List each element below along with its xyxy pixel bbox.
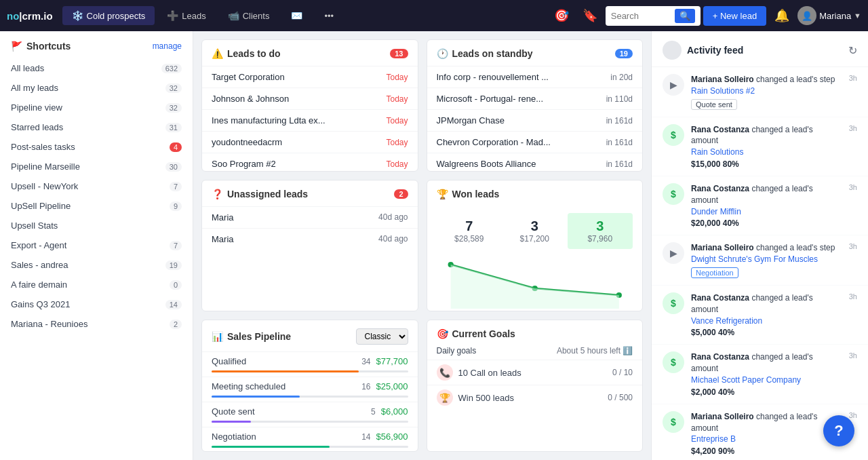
sidebar-item-label: A faire demain	[11, 280, 67, 290]
sidebar-badge: 31	[165, 123, 182, 132]
lead-row[interactable]: Target Corporation Today	[202, 66, 418, 88]
sidebar-item-label: Upsell Stats	[11, 221, 58, 231]
target-icon-btn[interactable]: 🎯	[549, 5, 574, 26]
sidebar-item-label: Upsell - NewYork	[11, 181, 78, 191]
unassigned-leads-title: ❓ Unassigned leads	[212, 189, 308, 199]
standby-row[interactable]: Walgreens Boots Alliance in 161d	[427, 153, 643, 172]
activity-body: Rana Costanza changed a lead's amount Va…	[691, 292, 840, 337]
activity-item: $ Rana Costanza changed a lead's amount …	[652, 176, 868, 235]
lead-row[interactable]: youdontneedacrm Today	[202, 131, 418, 153]
nav-tab-clients[interactable]: 📹 Clients	[218, 6, 279, 25]
notifications-button[interactable]: 🔔	[769, 5, 795, 26]
activity-time: 3h	[849, 183, 857, 191]
activity-avatar-dollar: $	[663, 183, 684, 205]
leads-icon: ➕	[167, 10, 178, 21]
sidebar-badge: 32	[165, 83, 182, 93]
pipeline-select[interactable]: Classic	[356, 328, 408, 345]
leads-to-do-title: ⚠️ Leads to do	[212, 48, 281, 59]
search-box: 🔍	[606, 6, 701, 26]
goals-subtitle: Daily goals About 5 hours left ℹ️	[427, 343, 643, 360]
leads-on-standby-count: 19	[615, 49, 633, 58]
search-button[interactable]: 🔍	[675, 9, 695, 23]
trophy-icon: 🏆	[437, 189, 448, 199]
sidebar-item-gains-q3[interactable]: Gains Q3 2021 14	[0, 294, 193, 314]
activity-text: Mariana Solleiro changed a lead's step D…	[691, 242, 840, 265]
sidebar-item-label: All leads	[11, 63, 44, 73]
activity-company-link[interactable]: Rain Solutions #2	[691, 86, 755, 96]
bookmark-icon-btn[interactable]: 🔖	[577, 5, 603, 26]
activity-company-link[interactable]: Entreprise B	[691, 434, 736, 444]
sidebar-item-a-faire-demain[interactable]: A faire demain 0	[0, 275, 193, 294]
sidebar-badge: 14	[165, 300, 182, 309]
activity-body: Mariana Solleiro changed a lead's step R…	[691, 74, 840, 110]
sidebar-badge: 0	[170, 280, 182, 290]
sidebar-item-label: Post-sales tasks	[11, 142, 75, 152]
unassigned-row[interactable]: Maria 40d ago	[202, 228, 418, 250]
unassigned-count: 2	[394, 189, 408, 199]
activity-item: $ Rana Costanza changed a lead's amount …	[652, 345, 868, 404]
lead-row[interactable]: Ines manufacturing Ldta ex... Today	[202, 109, 418, 131]
pipeline-row-negotiation[interactable]: Negotiation 14 $56,900	[202, 427, 418, 446]
win-icon: 🏆	[437, 389, 453, 406]
activity-text: Rana Costanza changed a lead's amount Ra…	[691, 124, 840, 158]
nav-tab-leads[interactable]: ➕ Leads	[157, 6, 215, 25]
exclaim-icon: ⚠️	[212, 48, 223, 59]
new-lead-button[interactable]: + New lead	[703, 6, 766, 26]
unassigned-row[interactable]: Maria 40d ago	[202, 206, 418, 228]
nav-tab-cold-prospects[interactable]: ❄️ Cold prospects	[62, 6, 155, 25]
pipeline-bar	[212, 370, 408, 372]
lead-row[interactable]: Soo Program #2 Today	[202, 153, 418, 172]
sidebar-item-label: Gains Q3 2021	[11, 299, 70, 309]
sidebar-item-all-leads[interactable]: All leads 632	[0, 58, 193, 78]
nav-tab-more[interactable]: •••	[315, 7, 343, 25]
sidebar-header: 🚩 Shortcuts manage	[0, 31, 193, 58]
sidebar-item-starred-leads[interactable]: Starred leads 31	[0, 117, 193, 137]
standby-row[interactable]: JPMorgan Chase in 161d	[427, 109, 643, 131]
sidebar-item-all-my-leads[interactable]: All my leads 32	[0, 78, 193, 98]
more-icon: •••	[324, 11, 334, 21]
sidebar-badge: 7	[170, 241, 182, 250]
manage-link[interactable]: manage	[153, 41, 182, 51]
activity-company-link[interactable]: Michael Scott Paper Company	[691, 375, 801, 385]
pipeline-bar	[212, 446, 408, 448]
standby-row[interactable]: Chevron Corporation - Mad... in 161d	[427, 131, 643, 153]
activity-amount: $2,000 40%	[691, 387, 840, 397]
won-leads-title: 🏆 Won leads	[437, 189, 500, 199]
leads-on-standby-card: 🕐 Leads on standby 19 Info corp - renouv…	[427, 39, 644, 172]
info-icon: ℹ️	[623, 346, 633, 356]
sidebar-title: 🚩 Shortcuts	[11, 41, 71, 52]
refresh-button[interactable]: ↻	[848, 44, 857, 57]
clients-icon: 📹	[228, 10, 239, 21]
activity-company-link[interactable]: Rain Solutions	[691, 147, 743, 157]
sidebar-item-upsell-stats[interactable]: Upsell Stats	[0, 216, 193, 235]
activity-avatar-dollar: $	[663, 411, 684, 433]
standby-row[interactable]: Info corp - renouvellement ... in 20d	[427, 66, 643, 88]
user-dropdown-arrow[interactable]: ▼	[854, 12, 861, 20]
flag-icon: 🚩	[11, 41, 22, 52]
nav-tab-email[interactable]: ✉️	[281, 6, 312, 25]
pipeline-row-quote[interactable]: Quote sent 5 $6,000	[202, 402, 418, 421]
standby-row[interactable]: Microsoft - Portugal- rene... in 110d	[427, 88, 643, 109]
goal-row-calls: 📞 10 Call on leads 0 / 10	[427, 360, 643, 385]
search-input[interactable]	[611, 11, 671, 21]
sidebar-item-export-agent[interactable]: Export - Agent 7	[0, 235, 193, 255]
sidebar-item-pipeline-marseille[interactable]: Pipeline Marseille 30	[0, 157, 193, 176]
sidebar-item-mariana-reunioes[interactable]: Mariana - Reunioes 2	[0, 314, 193, 334]
activity-company-link[interactable]: Vance Refrigeration	[691, 316, 762, 326]
sidebar-badge: 632	[161, 64, 182, 73]
help-button[interactable]: ?	[823, 415, 854, 446]
pipeline-row-qualified[interactable]: Qualified 34 $77,700	[202, 351, 418, 370]
sidebar-item-post-sales[interactable]: Post-sales tasks 4	[0, 137, 193, 157]
current-goals-card: 🎯 Current Goals Daily goals About 5 hour…	[427, 320, 644, 452]
activity-company-link[interactable]: Dunder Mifflin	[691, 207, 741, 216]
sidebar-item-pipeline-view[interactable]: Pipeline view 32	[0, 98, 193, 117]
sidebar-item-upsell-ny[interactable]: Upsell - NewYork 7	[0, 176, 193, 196]
lead-row[interactable]: Johnson & Johnson Today	[202, 88, 418, 109]
sidebar-item-upsell-pipeline[interactable]: UpSell Pipeline 9	[0, 196, 193, 216]
pipeline-row-meeting[interactable]: Meeting scheduled 16 $25,000	[202, 377, 418, 396]
activity-badge: Quote sent	[691, 99, 737, 110]
activity-time: 3h	[849, 74, 857, 82]
activity-company-link[interactable]: Dwight Schrute's Gym For Muscles	[691, 254, 818, 264]
activity-body: Rana Costanza changed a lead's amount Mi…	[691, 351, 840, 396]
sidebar-item-sales-andrea[interactable]: Sales - andrea 19	[0, 255, 193, 275]
